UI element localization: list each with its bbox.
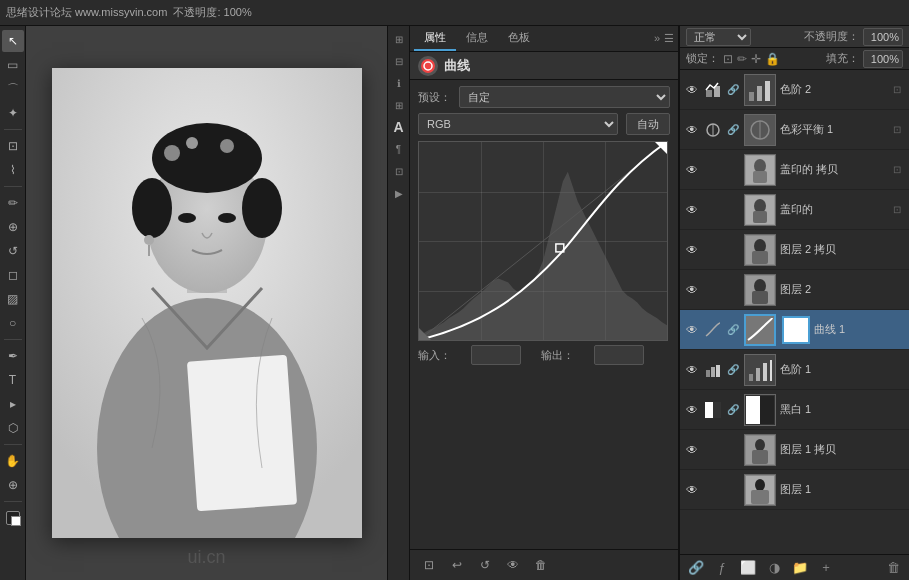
layer-eye-icon[interactable]: 👁	[684, 282, 700, 298]
tab-swatches[interactable]: 色板	[498, 26, 540, 51]
fill-input[interactable]	[863, 50, 903, 68]
layer-eye-icon[interactable]: 👁	[684, 402, 700, 418]
delete-icon[interactable]: 🗑	[530, 554, 552, 576]
layer-thumbnail	[744, 394, 776, 426]
opacity-label: 不透明度：	[804, 29, 859, 44]
svg-rect-58	[752, 450, 768, 464]
eraser-tool[interactable]: ◻	[2, 264, 24, 286]
layer-row[interactable]: 👁 盖印的 ⊡	[680, 190, 909, 230]
eyedropper-tool[interactable]: ⌇	[2, 159, 24, 181]
layer-thumbnail	[744, 114, 776, 146]
layer-name: 曲线 1	[814, 322, 905, 337]
layer-eye-icon[interactable]: 👁	[684, 162, 700, 178]
layer-eye-icon[interactable]: 👁	[684, 202, 700, 218]
panel-grid-btn[interactable]: ⊞	[390, 96, 408, 114]
panel-menu-icon[interactable]: ☰	[664, 32, 674, 45]
add-style-btn[interactable]: ƒ	[712, 558, 732, 578]
preset-select[interactable]: 自定	[459, 86, 670, 108]
layer-thumbnail	[744, 154, 776, 186]
panel-play-btn[interactable]: ▶	[390, 184, 408, 202]
output-field[interactable]	[594, 345, 644, 365]
input-field[interactable]	[471, 345, 521, 365]
panel-tools-row: ⊡ ↩ ↺ 👁 🗑	[410, 549, 678, 580]
layer-eye-icon[interactable]: 👁	[684, 242, 700, 258]
text-tool[interactable]: T	[2, 369, 24, 391]
layer-eye-icon[interactable]: 👁	[684, 322, 700, 338]
brush-tool[interactable]: ✏	[2, 192, 24, 214]
lock-move-icon[interactable]: ✛	[751, 52, 761, 66]
new-group-btn[interactable]: 📁	[790, 558, 810, 578]
channel-select[interactable]: RGB	[418, 113, 618, 135]
opacity-input[interactable]	[863, 28, 903, 46]
shape-tool[interactable]: ⬡	[2, 417, 24, 439]
tab-info[interactable]: 信息	[456, 26, 498, 51]
svg-point-7	[164, 145, 180, 161]
lock-all-icon[interactable]: 🔒	[765, 52, 780, 66]
svg-rect-46	[716, 365, 720, 377]
history-brush[interactable]: ↺	[2, 240, 24, 262]
crop-tool[interactable]: ⊡	[2, 135, 24, 157]
reset-icon[interactable]: ↺	[474, 554, 496, 576]
svg-point-10	[178, 213, 196, 223]
layer-row[interactable]: 👁 🔗 黑白 1	[680, 390, 909, 430]
panel-info-btn[interactable]: ℹ	[390, 74, 408, 92]
path-select[interactable]: ▸	[2, 393, 24, 415]
layer-row[interactable]: 👁 🔗 色阶 1	[680, 350, 909, 390]
marquee-tool[interactable]: ▭	[2, 54, 24, 76]
auto-button[interactable]: 自动	[626, 113, 670, 135]
panel-arrow-icon[interactable]: »	[654, 32, 660, 45]
link-layers-btn[interactable]: 🔗	[686, 558, 706, 578]
move-tool[interactable]: ↖	[2, 30, 24, 52]
visibility-icon[interactable]: 👁	[502, 554, 524, 576]
layer-row[interactable]: 👁 🔗 色彩平衡 1 ⊡	[680, 110, 909, 150]
panel-para-btn[interactable]: ¶	[390, 140, 408, 158]
layer-thumbnail-curves	[744, 314, 776, 346]
hand-tool[interactable]: ✋	[2, 450, 24, 472]
panel-extra-btn[interactable]: ⊡	[390, 162, 408, 180]
panel-collapse-btn[interactable]: ⊟	[390, 52, 408, 70]
panel-tab-icons: » ☰	[654, 32, 674, 45]
layer-row-curves-active[interactable]: 👁 🔗 曲线 1 ➡	[680, 310, 909, 350]
panel-text-btn[interactable]: A	[390, 118, 408, 136]
magic-wand-tool[interactable]: ✦	[2, 102, 24, 124]
stamp-tool[interactable]: ⊕	[2, 216, 24, 238]
layer-name: 色阶 2	[780, 82, 885, 97]
delete-layer-btn[interactable]: 🗑	[883, 558, 903, 578]
layer-eye-icon[interactable]: 👁	[684, 482, 700, 498]
layer-row[interactable]: 👁 图层 2 拷贝	[680, 230, 909, 270]
add-mask-btn[interactable]: ⬜	[738, 558, 758, 578]
clip-to-layer-icon[interactable]: ⊡	[418, 554, 440, 576]
gradient-tool[interactable]: ▨	[2, 288, 24, 310]
panel-expand-btn[interactable]: ⊞	[390, 30, 408, 48]
layer-thumbnail	[744, 434, 776, 466]
layer-row[interactable]: 👁 盖印的 拷贝 ⊡	[680, 150, 909, 190]
layers-panel: 正常 不透明度： 锁定： ⊡ ✏ ✛ 🔒 填充： 👁	[679, 26, 909, 580]
layer-eye-icon[interactable]: 👁	[684, 442, 700, 458]
dodge-tool[interactable]: ○	[2, 312, 24, 334]
panel-tabs: 属性 信息 色板 » ☰	[410, 26, 678, 52]
previous-state-icon[interactable]: ↩	[446, 554, 468, 576]
layer-type-normal	[704, 481, 722, 499]
graph-canvas[interactable]	[418, 141, 668, 341]
pen-tool[interactable]: ✒	[2, 345, 24, 367]
layer-eye-icon[interactable]: 👁	[684, 122, 700, 138]
lock-paint-icon[interactable]: ✏	[737, 52, 747, 66]
layer-eye-icon[interactable]: 👁	[684, 362, 700, 378]
layer-row[interactable]: 👁 图层 1 拷贝	[680, 430, 909, 470]
foreground-color[interactable]	[6, 511, 20, 525]
layers-opacity: 不透明度：	[804, 28, 903, 46]
layer-eye-icon[interactable]: 👁	[684, 82, 700, 98]
layer-row[interactable]: 👁 图层 2	[680, 270, 909, 310]
layer-row[interactable]: 👁 图层 1	[680, 470, 909, 510]
layer-name: 盖印的	[780, 202, 885, 217]
blend-mode-select[interactable]: 正常	[686, 28, 751, 46]
layer-row[interactable]: 👁 🔗 色阶 2 ⊡	[680, 70, 909, 110]
tool-separator-5	[4, 501, 22, 502]
svg-rect-44	[706, 370, 710, 377]
new-adjustment-btn[interactable]: ◑	[764, 558, 784, 578]
zoom-tool[interactable]: ⊕	[2, 474, 24, 496]
lasso-tool[interactable]: ⌒	[2, 78, 24, 100]
lock-transparency-icon[interactable]: ⊡	[723, 52, 733, 66]
new-layer-btn[interactable]: +	[816, 558, 836, 578]
tab-properties[interactable]: 属性	[414, 26, 456, 51]
